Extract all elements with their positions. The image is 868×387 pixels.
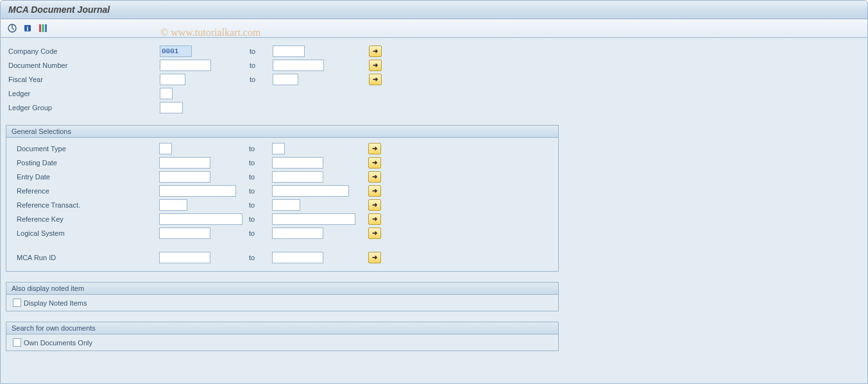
document-number-to-input[interactable] bbox=[273, 60, 324, 71]
document-number-label: Document Number bbox=[6, 62, 160, 69]
execute-icon[interactable] bbox=[6, 22, 19, 35]
ledger-label: Ledger bbox=[6, 90, 160, 97]
own-documents-label: Own Documents Only bbox=[24, 339, 92, 347]
posting-date-from-input[interactable] bbox=[159, 157, 210, 169]
fiscal-year-label: Fiscal Year bbox=[6, 76, 160, 83]
svg-rect-4 bbox=[42, 24, 44, 32]
to-label: to bbox=[249, 201, 272, 209]
to-label: to bbox=[250, 47, 273, 55]
logical-system-to-input[interactable] bbox=[272, 227, 323, 239]
reference-to-input[interactable] bbox=[272, 185, 349, 197]
display-noted-label: Display Noted Items bbox=[24, 299, 87, 307]
toolbar: i bbox=[0, 19, 868, 38]
reference-label: Reference bbox=[10, 187, 159, 195]
mca-run-id-from-input[interactable] bbox=[159, 252, 210, 263]
general-selections-title: General Selections bbox=[6, 126, 558, 138]
ledger-group-input[interactable] bbox=[160, 102, 183, 113]
to-label: to bbox=[249, 229, 272, 237]
to-label: to bbox=[249, 254, 272, 261]
document-type-from-input[interactable] bbox=[159, 143, 172, 154]
to-label: to bbox=[249, 187, 272, 195]
variants-icon[interactable] bbox=[37, 22, 49, 35]
to-label: to bbox=[250, 62, 273, 69]
mca-run-id-label: MCA Run ID bbox=[10, 254, 159, 261]
company-code-multiple-button[interactable]: ➜ bbox=[369, 45, 382, 57]
to-label: to bbox=[249, 215, 272, 223]
to-label: to bbox=[250, 76, 273, 83]
company-code-to-input[interactable] bbox=[273, 45, 305, 57]
company-code-label: Company Code bbox=[6, 47, 160, 55]
document-type-label: Document Type bbox=[10, 145, 159, 152]
svg-rect-5 bbox=[45, 24, 47, 32]
svg-rect-3 bbox=[39, 24, 41, 32]
to-label: to bbox=[249, 159, 272, 167]
reference-key-to-input[interactable] bbox=[272, 213, 355, 225]
info-icon[interactable]: i bbox=[21, 22, 34, 35]
title-bar: MCA Document Journal bbox=[0, 0, 868, 19]
to-label: to bbox=[249, 145, 272, 152]
noted-item-group: Also display noted item Display Noted It… bbox=[6, 282, 559, 311]
ref-transact-label: Reference Transact. bbox=[10, 201, 159, 209]
reference-key-label: Reference Key bbox=[10, 215, 159, 223]
mca-run-id-to-input[interactable] bbox=[272, 252, 323, 263]
entry-date-from-input[interactable] bbox=[159, 171, 210, 183]
logical-system-from-input[interactable] bbox=[159, 227, 210, 239]
document-type-to-input[interactable] bbox=[272, 143, 285, 154]
fiscal-year-from-input[interactable] bbox=[160, 74, 185, 85]
company-code-from-input[interactable] bbox=[160, 45, 192, 57]
ref-transact-from-input[interactable] bbox=[159, 199, 187, 211]
reference-key-multiple-button[interactable]: ➜ bbox=[368, 213, 381, 225]
document-type-multiple-button[interactable]: ➜ bbox=[368, 143, 381, 154]
to-label: to bbox=[249, 173, 272, 181]
ref-transact-multiple-button[interactable]: ➜ bbox=[368, 199, 381, 211]
posting-date-to-input[interactable] bbox=[272, 157, 323, 169]
reference-key-from-input[interactable] bbox=[159, 213, 243, 225]
logical-system-label: Logical System bbox=[10, 229, 159, 237]
logical-system-multiple-button[interactable]: ➜ bbox=[368, 227, 381, 239]
document-number-multiple-button[interactable]: ➜ bbox=[369, 60, 382, 71]
fiscal-year-multiple-button[interactable]: ➜ bbox=[369, 74, 382, 85]
ledger-input[interactable] bbox=[160, 88, 173, 99]
document-number-from-input[interactable] bbox=[160, 60, 211, 71]
noted-item-title: Also display noted item bbox=[6, 283, 558, 295]
ref-transact-to-input[interactable] bbox=[272, 199, 300, 211]
entry-date-multiple-button[interactable]: ➜ bbox=[368, 171, 381, 183]
main-area: Company Code to ➜ Document Number to ➜ F… bbox=[0, 38, 868, 384]
posting-date-label: Posting Date bbox=[10, 159, 159, 167]
own-documents-title: Search for own documents bbox=[6, 322, 558, 334]
own-documents-checkbox[interactable] bbox=[13, 338, 21, 347]
entry-date-to-input[interactable] bbox=[272, 171, 323, 183]
reference-from-input[interactable] bbox=[159, 185, 236, 197]
svg-text:i: i bbox=[27, 25, 29, 32]
posting-date-multiple-button[interactable]: ➜ bbox=[368, 157, 381, 169]
mca-run-id-multiple-button[interactable]: ➜ bbox=[368, 252, 381, 263]
fiscal-year-to-input[interactable] bbox=[273, 74, 298, 85]
ledger-group-label: Ledger Group bbox=[6, 104, 160, 111]
entry-date-label: Entry Date bbox=[10, 173, 159, 181]
reference-multiple-button[interactable]: ➜ bbox=[368, 185, 381, 197]
own-documents-group: Search for own documents Own Documents O… bbox=[6, 322, 559, 351]
display-noted-checkbox[interactable] bbox=[13, 299, 21, 307]
general-selections-group: General Selections Document Type to ➜ Po… bbox=[6, 125, 559, 272]
page-title: MCA Document Journal bbox=[8, 4, 110, 15]
